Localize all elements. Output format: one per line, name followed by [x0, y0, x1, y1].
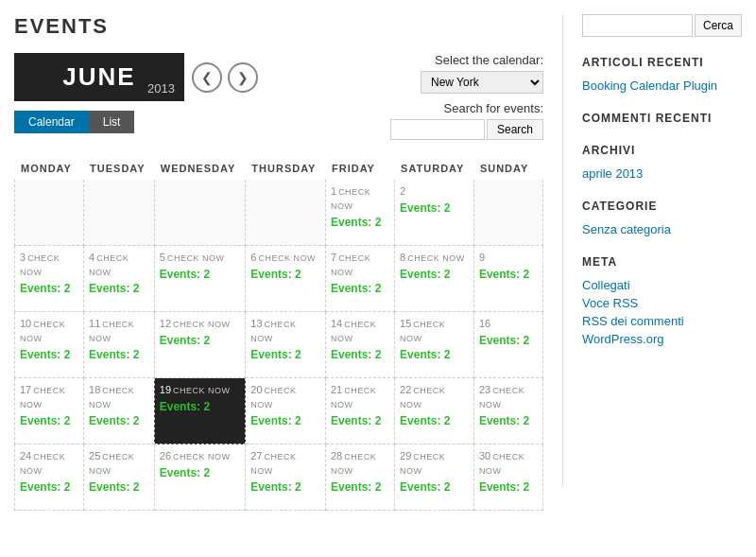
calendar-cell-1-5: 1CHECK NOWEvents: 2 — [326, 180, 395, 246]
calendar-cell-1-4 — [246, 180, 326, 246]
events-link[interactable]: Events: 2 — [400, 480, 469, 494]
events-link[interactable]: Events: 2 — [250, 268, 320, 281]
events-link[interactable]: Events: 2 — [331, 414, 389, 427]
sidebar-search-button[interactable]: Cerca — [695, 14, 742, 37]
events-link[interactable]: Events: 2 — [160, 466, 241, 479]
sidebar-link[interactable]: aprile 2013 — [582, 166, 742, 181]
next-month-button[interactable]: ❯ — [228, 62, 258, 93]
calendar-cell-1-6: 2Events: 2 — [395, 180, 474, 246]
events-link[interactable]: Events: 2 — [89, 282, 149, 295]
sidebar-search-input[interactable] — [582, 14, 693, 37]
calendar-cell-3-7: 16Events: 2 — [473, 312, 542, 378]
day-number: 10 — [20, 318, 31, 329]
events-link[interactable]: Events: 2 — [250, 414, 320, 427]
sidebar-link[interactable]: Senza categoria — [582, 222, 742, 236]
day-number: 22 — [400, 384, 411, 395]
sidebar-link[interactable]: Booking Calendar Plugin — [582, 78, 742, 93]
events-link[interactable]: Events: 2 — [400, 268, 469, 281]
calendar-cell-4-6: 22CHECK NOWEvents: 2 — [395, 378, 474, 444]
calendar-cell-2-5: 7CHECK NOWEvents: 2 — [326, 246, 395, 312]
calendar-cell-5-4: 27CHECK NOWEvents: 2 — [246, 444, 326, 511]
sidebar-link[interactable]: Collegati — [582, 278, 742, 292]
day-number: 7 — [331, 252, 336, 263]
categorie-section: CATEGORIE Senza categoria — [582, 200, 742, 236]
month-name: JUNE — [33, 62, 165, 92]
weekday-header-monday: MONDAY — [15, 158, 84, 180]
events-link[interactable]: Events: 2 — [89, 414, 149, 427]
check-now-label[interactable]: CHECK NOW — [258, 253, 316, 263]
archivi-section: ARCHIVI aprile 2013 — [582, 144, 742, 181]
calendar-cell-1-7 — [473, 180, 542, 246]
meta-title: META — [582, 255, 742, 269]
sidebar-link[interactable]: WordPress.org — [582, 332, 742, 346]
commenti-recenti-section: COMMENTI RECENTI — [582, 112, 742, 125]
events-link[interactable]: Events: 2 — [479, 480, 538, 494]
day-number: 27 — [250, 450, 262, 461]
check-now-label[interactable]: CHECK NOW — [167, 253, 225, 263]
events-link[interactable]: Events: 2 — [20, 348, 78, 361]
day-number: 13 — [250, 318, 262, 329]
events-link[interactable]: Events: 2 — [20, 414, 78, 427]
weekday-header-tuesday: TUESDAY — [84, 158, 155, 180]
events-link[interactable]: Events: 2 — [89, 480, 149, 494]
events-link[interactable]: Events: 2 — [479, 334, 538, 347]
events-link[interactable]: Events: 2 — [89, 348, 149, 361]
events-link[interactable]: Events: 2 — [160, 268, 241, 281]
events-link[interactable]: Events: 2 — [400, 201, 469, 215]
day-number: 25 — [89, 450, 100, 461]
day-number: 20 — [250, 384, 262, 395]
calendar-cell-3-6: 15CHECK NOWEvents: 2 — [395, 312, 474, 378]
check-now-label[interactable]: CHECK NOW — [331, 187, 370, 211]
day-number: 12 — [160, 318, 171, 329]
events-link[interactable]: Events: 2 — [331, 282, 389, 295]
day-number: 1 — [331, 185, 336, 197]
sidebar-link[interactable]: Voce RSS — [582, 296, 742, 310]
check-now-label[interactable]: CHECK NOW — [89, 253, 129, 277]
events-link[interactable]: Events: 2 — [479, 414, 538, 427]
events-link[interactable]: Events: 2 — [160, 334, 241, 347]
calendar-cell-5-6: 29CHECK NOWEvents: 2 — [395, 444, 474, 511]
calendar-cell-2-4: 6CHECK NOWEvents: 2 — [246, 246, 326, 312]
day-number: 5 — [160, 252, 165, 263]
calendar-cell-4-7: 23CHECK NOWEvents: 2 — [473, 378, 542, 444]
calendar-cell-4-1: 17CHECK NOWEvents: 2 — [15, 378, 84, 444]
calendar-cell-5-5: 28CHECK NOWEvents: 2 — [326, 444, 395, 511]
calendar-cell-5-3: 26CHECK NOWEvents: 2 — [154, 444, 246, 511]
events-link[interactable]: Events: 2 — [20, 480, 78, 494]
events-link[interactable]: Events: 2 — [479, 268, 538, 281]
archivi-title: ARCHIVI — [582, 144, 742, 157]
day-number: 3 — [20, 252, 26, 263]
check-now-label[interactable]: CHECK NOW — [331, 253, 370, 277]
events-link[interactable]: Events: 2 — [160, 400, 241, 413]
calendar-cell-1-1 — [15, 180, 84, 246]
events-link[interactable]: Events: 2 — [250, 348, 320, 361]
check-now-label[interactable]: CHECK NOW — [173, 320, 231, 329]
events-link[interactable]: Events: 2 — [331, 348, 389, 361]
events-link[interactable]: Events: 2 — [400, 414, 469, 427]
prev-month-button[interactable]: ❮ — [192, 62, 222, 93]
check-now-label[interactable]: CHECK NOW — [20, 253, 60, 277]
search-events-input[interactable] — [390, 119, 485, 140]
events-link[interactable]: Events: 2 — [331, 216, 389, 229]
events-link[interactable]: Events: 2 — [20, 282, 78, 295]
tab-calendar[interactable]: Calendar — [14, 111, 89, 133]
select-calendar-label: Select the calendar: — [390, 53, 543, 67]
events-link[interactable]: Events: 2 — [400, 348, 469, 361]
view-tabs: Calendar List — [14, 111, 261, 133]
check-now-label[interactable]: CHECK NOW — [173, 452, 231, 461]
sidebar-link[interactable]: RSS dei commenti — [582, 314, 742, 328]
calendar-cell-3-3: 12CHECK NOWEvents: 2 — [154, 312, 246, 378]
search-events-button[interactable]: Search — [487, 119, 543, 140]
weekday-header-thursday: THURSDAY — [246, 158, 326, 180]
year-label: 2013 — [147, 81, 175, 96]
tab-list[interactable]: List — [89, 111, 135, 133]
check-now-label[interactable]: CHECK NOW — [173, 386, 231, 395]
day-number: 30 — [479, 450, 490, 461]
calendar-cell-5-7: 30CHECK NOWEvents: 2 — [473, 444, 542, 511]
check-now-label[interactable]: CHECK NOW — [407, 253, 465, 263]
calendar-cell-5-1: 24CHECK NOWEvents: 2 — [15, 444, 84, 511]
events-link[interactable]: Events: 2 — [331, 480, 389, 494]
calendar-select[interactable]: New York Los Angeles Chicago — [421, 71, 543, 94]
events-link[interactable]: Events: 2 — [250, 480, 320, 494]
day-number: 21 — [331, 384, 342, 395]
